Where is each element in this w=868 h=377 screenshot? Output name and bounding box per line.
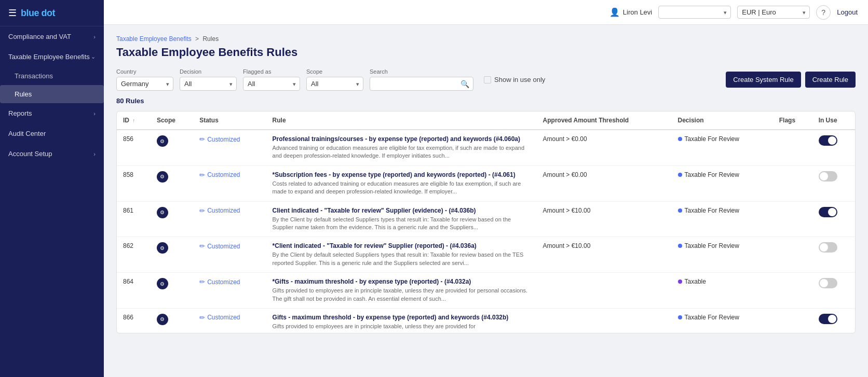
in-use-toggle[interactable] — [819, 242, 837, 253]
table-row[interactable]: 866 ⚙ ✏ Customized Gifts - maximum thres… — [117, 308, 855, 333]
cell-status: ✏ Customized — [193, 130, 266, 165]
search-input[interactable] — [370, 77, 473, 91]
decision-badge: Taxable For Review — [678, 171, 767, 178]
cell-in-use — [812, 201, 855, 237]
scope-select[interactable]: All — [306, 77, 363, 91]
status-badge: ✏ Customized — [199, 314, 260, 322]
scope-icon: ⚙ — [157, 207, 168, 218]
org-selector-wrapper — [658, 6, 731, 19]
create-rule-button[interactable]: Create Rule — [805, 72, 856, 88]
cell-status: ✏ Customized — [193, 273, 266, 309]
status-label: Customized — [207, 243, 240, 250]
table-scroll-area[interactable]: ID ↑ Scope Status Rule Approved Amount T… — [117, 111, 855, 333]
table-row[interactable]: 864 ⚙ ✏ Customized *Gifts - maximum thre… — [117, 273, 855, 309]
cell-amount — [537, 273, 672, 309]
logout-button[interactable]: Logout — [837, 8, 858, 16]
cell-amount: Amount > €0.00 — [537, 165, 672, 201]
cell-status: ✏ Customized — [193, 165, 266, 201]
status-label: Customized — [207, 278, 240, 286]
sidebar-item-account-setup[interactable]: Account Setup › — [0, 144, 104, 164]
hamburger-icon[interactable]: ☰ — [8, 7, 17, 19]
breadcrumb-current: Rules — [202, 35, 219, 43]
edit-icon: ✏ — [199, 207, 205, 215]
table-row[interactable]: 862 ⚙ ✏ Customized *Client indicated - "… — [117, 237, 855, 273]
decision-select-wrapper: All — [180, 77, 237, 91]
search-icon: 🔍 — [460, 80, 469, 88]
sidebar-item-compliance-vat[interactable]: Compliance and VAT › — [0, 26, 104, 47]
cell-id: 866 — [117, 308, 151, 333]
col-id[interactable]: ID ↑ — [117, 111, 151, 130]
cell-status: ✏ Customized — [193, 308, 266, 333]
user-name: Liron Levi — [623, 8, 652, 16]
in-use-toggle[interactable] — [819, 278, 837, 288]
status-label: Customized — [207, 136, 240, 143]
cell-flags — [773, 237, 812, 273]
edit-icon: ✏ — [199, 242, 205, 250]
scope-icon: ⚙ — [157, 171, 168, 183]
country-select[interactable]: Germany — [116, 77, 173, 91]
status-label: Customized — [207, 207, 240, 214]
sidebar-item-rules[interactable]: Rules — [0, 85, 104, 103]
breadcrumb-parent[interactable]: Taxable Employee Benefits — [116, 35, 192, 43]
in-use-toggle[interactable] — [819, 171, 837, 181]
cell-in-use — [812, 273, 855, 309]
cell-status: ✏ Customized — [193, 237, 266, 273]
in-use-toggle[interactable] — [819, 207, 837, 217]
amount-threshold: Amount > €10.00 — [543, 242, 591, 249]
user-menu[interactable]: 👤 Liron Levi — [609, 7, 652, 17]
decision-dot — [678, 208, 682, 213]
in-use-toggle[interactable] — [819, 135, 837, 146]
decision-filter-label: Decision — [180, 68, 237, 75]
sidebar-item-reports[interactable]: Reports › — [0, 103, 104, 123]
flagged-as-select[interactable]: All — [243, 77, 300, 91]
decision-dot — [678, 280, 682, 284]
col-status: Status — [193, 111, 266, 130]
in-use-toggle[interactable] — [819, 314, 837, 324]
decision-filter-group: Decision All — [180, 68, 237, 91]
decision-label: Taxable For Review — [685, 242, 739, 249]
table-body: 856 ⚙ ✏ Customized Professional training… — [117, 130, 855, 333]
rule-description: Gifts provided to employees are in princ… — [273, 323, 531, 330]
action-buttons: Create System Rule Create Rule — [726, 72, 856, 88]
amount-threshold: Amount > €0.00 — [543, 171, 587, 178]
show-in-use-checkbox[interactable] — [484, 76, 491, 83]
cell-in-use — [812, 237, 855, 273]
page-title: Taxable Employee Benefits Rules — [116, 46, 856, 59]
decision-label: Taxable For Review — [685, 171, 739, 178]
cell-decision: Taxable For Review — [672, 201, 773, 237]
sidebar-header: ☰ blue dot — [0, 0, 104, 26]
chevron-right-icon-reports: › — [93, 110, 96, 117]
help-button[interactable]: ? — [816, 5, 831, 20]
org-selector[interactable] — [658, 6, 731, 19]
cell-in-use — [812, 165, 855, 201]
cell-decision: Taxable For Review — [672, 237, 773, 273]
breadcrumb: Taxable Employee Benefits > Rules — [116, 35, 856, 43]
cell-id: 856 — [117, 130, 151, 165]
sidebar-item-taxable-employee-benefits[interactable]: Taxable Employee Benefits ⌄ — [0, 47, 104, 67]
cell-flags — [773, 201, 812, 237]
show-in-use-checkbox-group[interactable]: Show in use only — [484, 76, 545, 83]
breadcrumb-separator: > — [195, 35, 199, 43]
cell-id: 858 — [117, 165, 151, 201]
table-row[interactable]: 861 ⚙ ✏ Customized Client indicated - "T… — [117, 201, 855, 237]
sidebar-item-transactions[interactable]: Transactions — [0, 67, 104, 85]
edit-icon: ✏ — [199, 135, 205, 143]
currency-selector[interactable]: EUR | Euro — [737, 6, 810, 19]
show-in-use-label: Show in use only — [494, 76, 545, 83]
decision-select[interactable]: All — [180, 77, 237, 91]
cell-amount: Amount > €0.00 — [537, 130, 672, 165]
cell-flags — [773, 165, 812, 201]
amount-threshold: Amount > €0.00 — [543, 135, 587, 143]
table-row[interactable]: 856 ⚙ ✏ Customized Professional training… — [117, 130, 855, 165]
create-system-rule-button[interactable]: Create System Rule — [726, 72, 801, 88]
table-row[interactable]: 858 ⚙ ✏ Customized *Subscription fees - … — [117, 165, 855, 201]
rules-table: ID ↑ Scope Status Rule Approved Amount T… — [117, 111, 855, 333]
decision-dot — [678, 315, 682, 319]
country-filter-label: Country — [116, 68, 173, 75]
sidebar-item-audit-center[interactable]: Audit Center — [0, 123, 104, 144]
rule-name: Gifts - maximum threshold - by expense t… — [273, 314, 531, 321]
scope-icon: ⚙ — [157, 242, 168, 254]
col-id-label: ID — [123, 117, 129, 124]
help-icon: ? — [821, 8, 825, 17]
scope-icon: ⚙ — [157, 135, 168, 147]
